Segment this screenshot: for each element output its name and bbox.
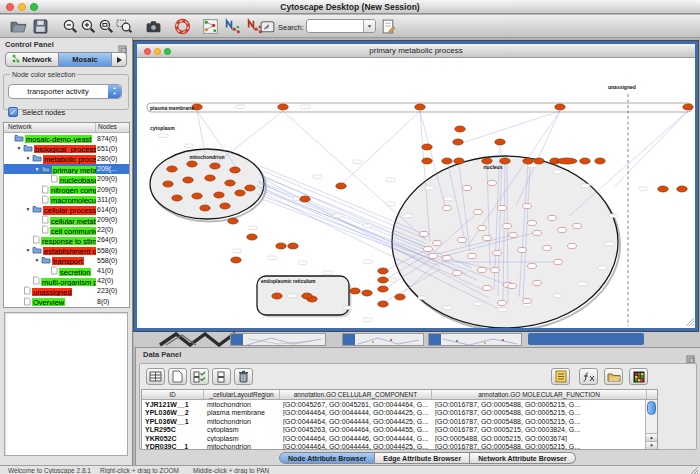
expand-arrow-icon[interactable]: ▼ xyxy=(15,145,23,151)
table-row[interactable]: YKR052Ccytoplasm[GO:0044464, GO:0044446,… xyxy=(142,434,657,443)
snapshot-button[interactable] xyxy=(145,18,162,35)
network-node xyxy=(533,230,542,235)
table-row[interactable]: YDR039C__1mitochondrion[GO:0044464, GO:0… xyxy=(142,443,657,452)
tab-edge-attribute-browser[interactable]: Edge Attribute Browser xyxy=(375,452,470,464)
network-canvas[interactable]: plasma membranecytoplasmmitochondrionnuc… xyxy=(137,58,695,328)
search-input[interactable] xyxy=(308,21,360,31)
search-box[interactable]: ▼ xyxy=(306,19,376,33)
expand-arrow-icon[interactable]: ▼ xyxy=(33,257,41,263)
tab-network[interactable]: Network xyxy=(5,52,59,67)
network-view-button[interactable] xyxy=(224,18,241,35)
column-header[interactable]: annotation.GO MOLECULAR_FUNCTION xyxy=(432,390,647,399)
network-node-selected xyxy=(378,286,388,292)
tree-row[interactable]: ▼biological_process651(0) xyxy=(4,143,129,153)
table-cell: [GO:0016787, GO:0005488, GO:0005215, G..… xyxy=(432,401,647,408)
network-destroy-icon xyxy=(249,21,254,28)
file-icon xyxy=(41,215,49,224)
network-node xyxy=(478,267,487,272)
tree-row[interactable]: secretion41(0) xyxy=(4,265,129,275)
birdseye-view-panel[interactable] xyxy=(4,312,128,456)
float-panel-icon[interactable] xyxy=(118,40,127,49)
network-node xyxy=(443,255,452,260)
table-cell: mitochondrion xyxy=(204,418,280,425)
tree-row[interactable]: ▼transport558(0) xyxy=(4,255,129,265)
column-select-button[interactable] xyxy=(146,368,165,385)
select-attributes-button[interactable] xyxy=(190,368,209,385)
save-button[interactable] xyxy=(32,18,49,35)
network-node xyxy=(498,205,507,210)
table-scrollbar[interactable]: ▲ ▼ xyxy=(645,400,657,449)
network-node-selected xyxy=(288,243,298,249)
column-header[interactable]: _cellularLayoutRegion xyxy=(204,390,280,399)
minimized-window-3[interactable] xyxy=(428,333,522,346)
tree-row[interactable]: response to stimulu264(0) xyxy=(4,235,129,245)
node-label-chip xyxy=(403,214,412,218)
network-window-titlebar[interactable]: primary metabolic process xyxy=(137,44,695,58)
tree-row[interactable]: unassigned223(0) xyxy=(4,286,129,296)
minimized-window-2[interactable] xyxy=(342,333,424,346)
select-nodes-checkbox[interactable]: ✓ Select nodes xyxy=(8,107,65,117)
table-row[interactable]: YPL036W__2plasma membrane[GO:0044464, GO… xyxy=(142,409,657,418)
tree-row[interactable]: cell communication22(0) xyxy=(4,225,129,235)
tree-row[interactable]: multi-organism proc42(0) xyxy=(4,276,129,286)
tree-row[interactable]: nucleobase-con209(0) xyxy=(4,174,129,184)
unselect-attributes-button[interactable] xyxy=(212,368,231,385)
tab-node-attribute-browser[interactable]: Node Attribute Browser xyxy=(279,452,375,464)
node-color-dropdown[interactable]: transporter activity ▲▼ xyxy=(8,84,122,99)
open-button[interactable] xyxy=(10,18,27,35)
zoom-in-button[interactable] xyxy=(80,18,97,35)
zoom-fit-button[interactable] xyxy=(98,18,115,35)
expand-arrow-icon[interactable]: ▼ xyxy=(24,206,32,212)
network-create-button[interactable] xyxy=(202,18,219,35)
tree-row[interactable]: Overview8(0) xyxy=(4,296,129,306)
column-header[interactable]: ID xyxy=(142,390,204,399)
tree-row-label: transport xyxy=(52,257,84,265)
scrollbar-thumb[interactable] xyxy=(647,401,656,415)
tree-row[interactable]: mosaic-demo-yeast874(0) xyxy=(4,133,129,143)
search-dropdown-arrow-icon[interactable]: ▼ xyxy=(363,20,375,32)
network-tree: Network Nodes mosaic-demo-yeast874(0)▼bi… xyxy=(3,122,130,308)
expand-arrow-icon[interactable]: ▼ xyxy=(24,155,32,161)
minimized-window-1[interactable] xyxy=(230,333,326,346)
import-attributes-button[interactable] xyxy=(604,368,623,385)
tree-row[interactable]: ▼primary metabolic proce209(... xyxy=(4,164,129,174)
annotation-button[interactable] xyxy=(259,18,276,35)
tab-mosaic[interactable]: Mosaic xyxy=(59,52,112,67)
new-attribute-button[interactable] xyxy=(168,368,187,385)
tree-row[interactable]: ▼metabolic process280(0) xyxy=(4,153,129,163)
column-header[interactable]: annotation.GO CELLULAR_COMPONENT xyxy=(280,390,432,399)
column-network[interactable]: Network xyxy=(4,123,95,132)
resize-grip-icon[interactable] xyxy=(690,466,699,474)
node-label-chip xyxy=(425,186,434,190)
expand-arrow-icon[interactable]: ▼ xyxy=(24,247,32,253)
scroll-down-icon[interactable]: ▼ xyxy=(646,441,657,449)
tree-row-node-count: 311(0) xyxy=(96,196,129,203)
zoom-out-button[interactable] xyxy=(62,18,79,35)
tree-row[interactable]: ▼establishment of loc558(0) xyxy=(4,245,129,255)
float-data-panel-icon[interactable] xyxy=(686,350,695,359)
table-row[interactable]: YLR295Ccytoplasm[GO:0045263, GO:0044464,… xyxy=(142,426,657,435)
tree-row[interactable]: cellular metabolic209(0) xyxy=(4,215,129,225)
node-label-chip xyxy=(553,170,562,174)
tree-row[interactable]: ▼cellular process614(0) xyxy=(4,204,129,214)
expand-arrow-icon[interactable]: ▼ xyxy=(33,166,41,172)
help-button[interactable] xyxy=(174,18,191,35)
browser-tabs: Node Attribute BrowserEdge Attribute Bro… xyxy=(279,452,576,464)
scroll-up-icon[interactable]: ▲ xyxy=(646,433,657,441)
attribute-matrix-button[interactable] xyxy=(629,368,648,385)
minimized-window-4[interactable] xyxy=(528,333,644,345)
tree-row[interactable]: macromolecule m311(0) xyxy=(4,194,129,204)
tab-network-attribute-browser[interactable]: Network Attribute Browser xyxy=(470,452,575,464)
node-label-chip xyxy=(388,278,397,282)
column-nodes[interactable]: Nodes xyxy=(95,123,129,132)
node-label-chip xyxy=(605,242,614,246)
tab-overflow-button[interactable] xyxy=(112,52,127,67)
attribute-list-button[interactable] xyxy=(551,368,570,385)
table-row[interactable]: YPL036W__1mitochondrion[GO:0044464, GO:0… xyxy=(142,417,657,426)
table-row[interactable]: YJR121W__1mitochondrion[GO:0045267, GO:0… xyxy=(142,400,657,409)
attribute-editor-button[interactable] xyxy=(380,18,397,35)
tree-row[interactable]: nitrogen compoun209(0) xyxy=(4,184,129,194)
formula-builder-button[interactable] xyxy=(579,368,598,385)
zoom-selected-button[interactable] xyxy=(116,18,133,35)
delete-attribute-button[interactable] xyxy=(234,368,253,385)
